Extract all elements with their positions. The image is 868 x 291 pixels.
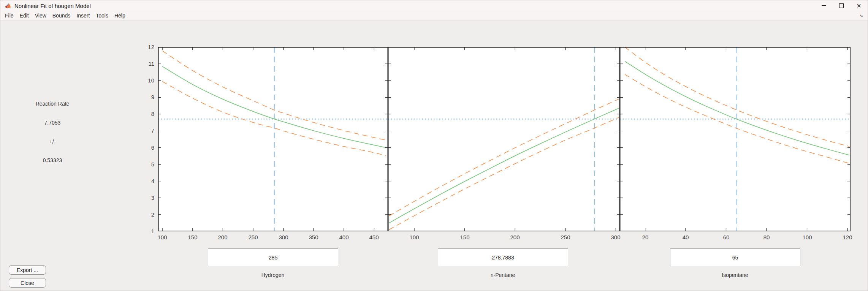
- x-tick-label: 250: [556, 234, 575, 240]
- close-dialog-button[interactable]: Close: [9, 278, 46, 288]
- n-pentane-value-input[interactable]: [438, 248, 568, 266]
- hydrogen-value-input[interactable]: [208, 248, 338, 266]
- menubar: FileEditViewBoundsInsertToolsHelp↘: [0, 11, 868, 21]
- matlab-icon: [5, 3, 11, 9]
- response-name-label: Reaction Rate: [14, 101, 90, 107]
- x-tick-label: 100: [152, 234, 172, 240]
- figure-canvas: Reaction Rate 7.7053 +/- 0.53323 1001502…: [0, 21, 868, 291]
- y-tick-label: 7: [141, 127, 154, 134]
- y-tick-label: 3: [141, 195, 154, 201]
- y-tick-label: 5: [141, 161, 154, 168]
- close-button[interactable]: ×: [850, 0, 868, 11]
- x-tick-label: 100: [404, 234, 424, 240]
- y-tick-label: 4: [141, 178, 154, 184]
- menu-item-insert[interactable]: Insert: [73, 12, 93, 19]
- x-tick-label: 60: [716, 234, 736, 240]
- x-tick-label: 350: [304, 234, 323, 240]
- hydrogen-axis-title: Hydrogen: [231, 272, 315, 278]
- export-button[interactable]: Export ...: [9, 265, 46, 275]
- titlebar: Nonlinear Fit of hougen Model ×: [0, 0, 868, 11]
- y-tick-label: 2: [141, 211, 154, 218]
- maximize-icon: [839, 3, 844, 8]
- menu-item-bounds[interactable]: Bounds: [49, 12, 73, 19]
- x-tick-label: 200: [505, 234, 525, 240]
- menu-item-help[interactable]: Help: [111, 12, 128, 19]
- isopentane-value-input[interactable]: [670, 248, 800, 266]
- y-tick-label: 1: [141, 228, 154, 234]
- x-tick-label: 120: [838, 234, 857, 240]
- x-tick-label: 300: [606, 234, 626, 240]
- x-tick-label: 450: [364, 234, 384, 240]
- x-tick-label: 250: [243, 234, 263, 240]
- response-bound-value: 0.53323: [14, 157, 90, 163]
- x-tick-label: 300: [274, 234, 293, 240]
- menu-item-tools[interactable]: Tools: [93, 12, 111, 19]
- plot-n-pentane[interactable]: [388, 47, 620, 231]
- n-pentane-axis-title: n-Pentane: [461, 272, 545, 278]
- y-tick-label: 8: [141, 111, 154, 117]
- menu-item-edit[interactable]: Edit: [17, 12, 32, 19]
- minimize-icon: [822, 5, 826, 6]
- y-tick-label: 10: [141, 77, 154, 84]
- close-icon: ×: [857, 2, 861, 9]
- x-tick-label: 40: [676, 234, 695, 240]
- minimize-button[interactable]: [815, 0, 833, 11]
- menu-item-file[interactable]: File: [2, 12, 17, 19]
- y-tick-label: 9: [141, 94, 154, 100]
- y-tick-label: 6: [141, 144, 154, 151]
- maximize-button[interactable]: [833, 0, 850, 11]
- predicted-response-value: 7.7053: [14, 120, 90, 126]
- x-tick-label: 400: [334, 234, 354, 240]
- y-tick-label: 12: [141, 44, 154, 50]
- x-tick-label: 80: [757, 234, 776, 240]
- window-title: Nonlinear Fit of hougen Model: [14, 3, 91, 9]
- plot-hydrogen[interactable]: [158, 47, 388, 231]
- menu-item-view[interactable]: View: [32, 12, 49, 19]
- y-tick-label: 11: [141, 60, 154, 67]
- menu-overflow-arrow-icon[interactable]: ↘: [859, 13, 863, 18]
- x-tick-label: 150: [183, 234, 203, 240]
- x-tick-label: 20: [635, 234, 655, 240]
- plot-isopentane[interactable]: [620, 47, 851, 231]
- x-tick-label: 200: [213, 234, 233, 240]
- x-tick-label: 150: [455, 234, 475, 240]
- x-tick-label: 100: [797, 234, 817, 240]
- isopentane-axis-title: Isopentane: [693, 272, 777, 278]
- app-window: Nonlinear Fit of hougen Model × FileEdit…: [0, 0, 868, 291]
- plus-minus-label: +/-: [14, 139, 90, 145]
